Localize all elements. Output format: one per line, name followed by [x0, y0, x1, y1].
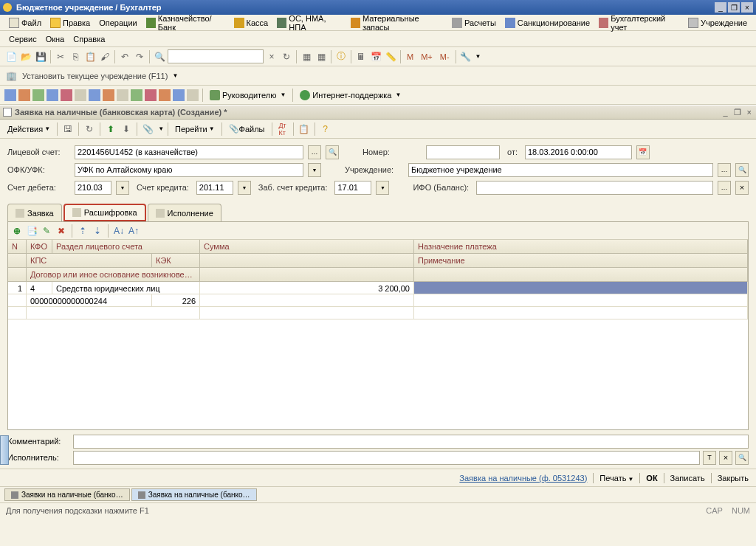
grid-sort-desc[interactable]: A↑: [128, 225, 140, 237]
files-menu[interactable]: 📎 Файлы: [226, 122, 268, 135]
m-plus-button[interactable]: М+: [418, 51, 436, 63]
col-naz[interactable]: Назначение платежа: [414, 240, 748, 253]
doc-tool-2[interactable]: 📋: [298, 122, 311, 136]
calendar-button[interactable]: 📅: [369, 50, 382, 63]
doc-maximize[interactable]: ❐: [732, 108, 743, 117]
undo-button[interactable]: ↶: [118, 50, 131, 63]
info-button[interactable]: ⓘ: [334, 50, 348, 63]
mini-btn-5[interactable]: [61, 89, 72, 101]
mini-btn-8[interactable]: [103, 89, 114, 101]
menu-edit[interactable]: Правка: [46, 16, 94, 30]
menu-institution[interactable]: Учреждение: [684, 16, 752, 30]
menu-accounting[interactable]: Бухгалтерский учет: [594, 13, 684, 33]
clear-search-button[interactable]: ×: [265, 50, 278, 63]
form-link[interactable]: Заявка на наличные (ф. 0531243): [459, 474, 587, 483]
set-institution-button[interactable]: Установить текущее учреждение (F11): [19, 70, 171, 82]
ok-button[interactable]: ОК: [646, 474, 657, 483]
ofk-dropdown[interactable]: [308, 163, 321, 177]
restore-button[interactable]: ❐: [728, 2, 740, 13]
org-field[interactable]: Бюджетное учреждение: [408, 163, 713, 177]
redo-button[interactable]: ↷: [133, 50, 146, 63]
window-tab-1[interactable]: Заявки на наличные (банко…: [4, 488, 130, 501]
account-search[interactable]: [326, 145, 339, 159]
mini-btn-13[interactable]: [173, 89, 185, 101]
doc-save-icon[interactable]: 🖫: [61, 122, 75, 136]
mini-btn-12[interactable]: [159, 89, 171, 101]
menu-service[interactable]: Сервис: [4, 33, 41, 45]
table-row[interactable]: 1 4 Средства юридических лиц 3 200,00: [8, 282, 748, 294]
ifo-dots[interactable]: [718, 181, 731, 195]
menu-operations[interactable]: Операции: [94, 17, 141, 29]
save-button[interactable]: Записать: [670, 474, 705, 483]
table-row[interactable]: 00000000000000244 226: [8, 294, 748, 307]
m-minus-button[interactable]: М-: [437, 51, 453, 63]
credit-dd[interactable]: [238, 181, 251, 195]
mini-btn-3[interactable]: [32, 89, 44, 101]
mini-btn-6[interactable]: [75, 89, 86, 101]
selected-cell[interactable]: [414, 282, 748, 294]
mini-btn-2[interactable]: [18, 89, 30, 101]
refresh-button[interactable]: ↻: [280, 50, 293, 63]
actions-menu[interactable]: Действия▼: [4, 123, 53, 135]
col-kps[interactable]: КПС: [27, 254, 152, 267]
comment-field[interactable]: [73, 435, 749, 449]
paste-button[interactable]: 📋: [83, 50, 97, 63]
menu-materials[interactable]: Материальные запасы: [346, 13, 447, 33]
zab-field[interactable]: 17.01: [334, 181, 371, 195]
tab-execution[interactable]: Исполнение: [148, 204, 221, 221]
grid-sort-asc[interactable]: A↓: [113, 225, 125, 237]
mini-btn-1[interactable]: [4, 89, 16, 101]
search-combo[interactable]: [168, 49, 264, 63]
brush-button[interactable]: 🖌: [98, 50, 111, 63]
doc-minimize[interactable]: _: [721, 108, 729, 117]
debit-dd[interactable]: [116, 181, 129, 195]
open-button[interactable]: 📂: [19, 50, 32, 63]
tab-request[interactable]: Заявка: [7, 204, 62, 221]
mini-btn-11[interactable]: [145, 89, 157, 101]
print-button[interactable]: Печать▼: [599, 474, 633, 483]
executor-clear[interactable]: [719, 451, 732, 465]
menu-windows[interactable]: Окна: [41, 33, 69, 45]
col-n[interactable]: N: [8, 240, 27, 253]
ruler-button[interactable]: 📏: [384, 50, 397, 63]
copy-button[interactable]: ⎘: [69, 50, 82, 63]
grid-up-button[interactable]: ⇡: [77, 225, 89, 237]
goto-menu[interactable]: Перейти▼: [172, 123, 218, 135]
search-button[interactable]: 🔍: [153, 50, 166, 63]
zab-dd[interactable]: [376, 181, 389, 195]
menu-treasury[interactable]: Казначейство/Банк: [142, 13, 230, 33]
doc-refresh-icon[interactable]: ↻: [83, 122, 96, 136]
col-sum[interactable]: Сумма: [200, 240, 414, 253]
grid-body[interactable]: 1 4 Средства юридических лиц 3 200,00 00…: [8, 282, 748, 429]
table-row[interactable]: [8, 307, 748, 319]
executor-btn-t[interactable]: T: [703, 451, 716, 465]
ifo-clear[interactable]: [735, 181, 749, 195]
grid-copy-button[interactable]: 📑: [26, 225, 38, 237]
account-dots[interactable]: [308, 145, 321, 159]
save-button[interactable]: 💾: [34, 50, 47, 63]
debit-field[interactable]: 210.03: [75, 181, 111, 195]
doc-basis-icon[interactable]: 📎: [141, 122, 154, 136]
executor-field[interactable]: [73, 451, 700, 465]
menu-cash[interactable]: Касса: [230, 16, 273, 30]
grid-delete-button[interactable]: ✖: [55, 225, 67, 237]
ifo-field[interactable]: [476, 181, 713, 195]
cut-button[interactable]: ✂: [54, 50, 67, 63]
grid-edit-button[interactable]: ✎: [41, 225, 52, 237]
col-kek[interactable]: КЭК: [152, 254, 200, 267]
org-dots[interactable]: [718, 163, 731, 177]
doc-close[interactable]: ×: [746, 108, 753, 117]
credit-field[interactable]: 201.11: [196, 181, 233, 195]
close-button[interactable]: Закрыть: [718, 474, 749, 483]
side-panel-handle[interactable]: [0, 435, 9, 465]
menu-payments[interactable]: Расчеты: [447, 16, 501, 30]
manager-link[interactable]: Руководителю▼: [207, 89, 289, 102]
close-button[interactable]: ×: [741, 2, 753, 13]
minimize-button[interactable]: _: [715, 2, 726, 13]
menu-sanction[interactable]: Санкционирование: [501, 16, 594, 30]
m-button[interactable]: М: [404, 51, 416, 63]
col-razdel[interactable]: Раздел лицевого счета: [52, 240, 200, 253]
account-field[interactable]: 2201456U1452 (в казначействе): [75, 145, 303, 159]
ofk-field[interactable]: УФК по Алтайскому краю: [75, 163, 303, 177]
menu-help[interactable]: Справка: [69, 33, 109, 45]
